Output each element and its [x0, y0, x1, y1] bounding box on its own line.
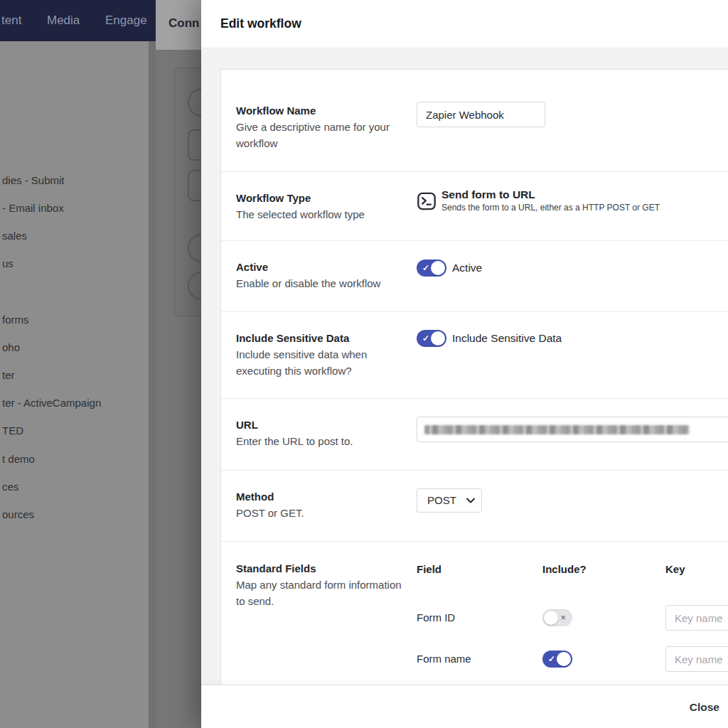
- url-input[interactable]: [417, 417, 728, 442]
- active-toggle-label: Active: [452, 259, 482, 277]
- modal-title: Edit workflow: [220, 0, 301, 48]
- form-name-key-input[interactable]: [665, 646, 728, 672]
- form-id-include-toggle[interactable]: ×: [542, 609, 572, 626]
- toggle-knob: [431, 331, 445, 346]
- url-description: Enter the URL to post to.: [236, 433, 402, 449]
- workflow-type-description: The selected workflow type: [236, 206, 402, 223]
- sidebar-item: ter - ActiveCampaign: [2, 395, 101, 411]
- sensitive-label: Include Sensitive Data: [236, 332, 402, 344]
- sidebar-item: us: [2, 256, 14, 272]
- sidebar-item: TED: [2, 423, 23, 439]
- url-label: URL: [236, 419, 402, 431]
- form-name-include-toggle[interactable]: ✓: [542, 651, 572, 668]
- workflow-type-rect-icon: [188, 170, 201, 201]
- sidebar-item: ces: [2, 479, 18, 495]
- workflow-type-subtitle: Sends the form to a URL, either as a HTT…: [441, 203, 660, 213]
- method-select[interactable]: POST: [417, 488, 482, 513]
- sensitive-description: Include sensitive data when executing th…: [236, 346, 402, 379]
- standard-fields-label: Standard Fields: [236, 562, 402, 574]
- background-topbar: tent Media Engage: [0, 0, 156, 41]
- sidebar-item: oho: [2, 340, 20, 355]
- sensitive-toggle[interactable]: ✓: [417, 330, 446, 347]
- check-icon: ✓: [422, 330, 429, 347]
- column-header-field: Field: [417, 563, 441, 575]
- background-sidebar: dies - Submit - Email inbox sales us for…: [0, 41, 149, 728]
- workflow-type-rect-icon: [188, 129, 201, 161]
- active-description: Enable or disable the workflow: [236, 275, 402, 291]
- row-sensitive-data: Include Sensitive Data Include sensitive…: [221, 311, 728, 398]
- check-icon: ✓: [422, 259, 429, 277]
- method-description: POST or GET.: [236, 505, 402, 521]
- check-icon: ✓: [548, 651, 555, 668]
- form-id-key-input[interactable]: [665, 605, 728, 631]
- modal-footer: Close: [201, 685, 728, 728]
- toggle-knob: [557, 652, 571, 666]
- toggle-knob: [544, 611, 558, 625]
- chevron-down-icon: [466, 498, 475, 503]
- field-name: Form ID: [417, 605, 455, 631]
- sidebar-item: sales: [2, 228, 27, 244]
- modal-header: Edit workflow: [201, 0, 728, 48]
- field-name: Form name: [417, 646, 471, 672]
- workflow-type-label: Workflow Type: [236, 192, 402, 204]
- sidebar-item: ter: [2, 368, 15, 383]
- workflow-type-circle-icon: [188, 234, 201, 262]
- workflow-type-title: Send form to URL: [441, 188, 660, 201]
- background-page-tab: Conn: [156, 0, 201, 50]
- workflow-name-label: Workflow Name: [236, 105, 402, 117]
- redacted-url-value: [424, 425, 690, 434]
- sidebar-item: forms: [2, 312, 29, 328]
- row-active: Active Enable or disable the workflow ✓ …: [221, 240, 728, 311]
- active-toggle[interactable]: ✓: [417, 259, 446, 277]
- table-row-form-id: Form ID ×: [417, 605, 728, 631]
- method-select-value: POST: [427, 489, 456, 512]
- column-header-include: Include?: [542, 563, 587, 575]
- method-label: Method: [236, 491, 402, 503]
- modal-body: Workflow Name Give a descriptive name fo…: [201, 48, 728, 728]
- terminal-icon: [417, 191, 437, 214]
- row-method: Method POST or GET. POST: [221, 470, 728, 541]
- edit-workflow-modal: Edit workflow Workflow Name Give a descr…: [201, 0, 728, 728]
- sidebar-item: dies - Submit: [2, 173, 65, 188]
- nav-item-content: tent: [1, 0, 21, 41]
- nav-item-media: Media: [47, 0, 80, 41]
- x-icon: ×: [560, 609, 566, 626]
- sidebar-item: - Email inbox: [2, 200, 64, 216]
- close-button[interactable]: Close: [690, 685, 719, 728]
- background-content: [156, 50, 201, 728]
- sidebar-scrollbar: [149, 41, 156, 728]
- sidebar-item: ources: [2, 507, 34, 523]
- workflow-form-card: Workflow Name Give a descriptive name fo…: [220, 69, 728, 728]
- row-workflow-type: Workflow Type The selected workflow type…: [221, 171, 728, 240]
- workflow-type-circle-icon: [188, 272, 201, 300]
- workflow-type-list-card: [174, 68, 201, 316]
- toggle-knob: [431, 261, 445, 275]
- workflow-name-description: Give a descriptive name for your workflo…: [236, 119, 402, 151]
- sensitive-toggle-label: Include Sensitive Data: [452, 330, 562, 347]
- workflow-type-circle-icon: [188, 88, 201, 117]
- table-row-form-name: Form name ✓: [417, 646, 728, 672]
- row-workflow-name: Workflow Name Give a descriptive name fo…: [221, 70, 728, 171]
- sidebar-item: t demo: [2, 451, 35, 467]
- standard-fields-description: Map any standard form information to sen…: [236, 577, 402, 609]
- active-label: Active: [236, 261, 402, 273]
- workflow-name-input[interactable]: [417, 102, 545, 127]
- nav-item-engage: Engage: [105, 0, 147, 41]
- column-header-key: Key: [665, 563, 685, 575]
- row-url: URL Enter the URL to post to.: [221, 398, 728, 470]
